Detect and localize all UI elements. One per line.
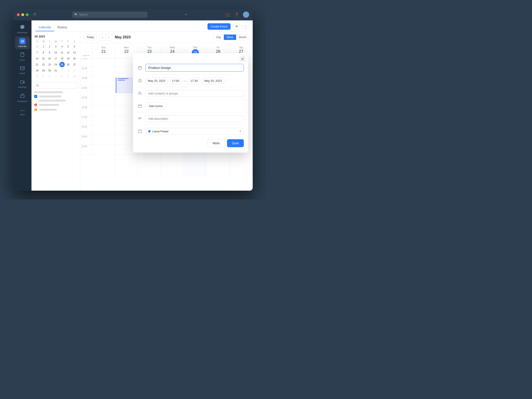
svg-line-16 (140, 81, 140, 81)
contacts-icon (137, 91, 142, 95)
contacts-input[interactable] (146, 90, 244, 97)
end-time-pill[interactable]: 17:30 (188, 78, 200, 84)
add-rooms-button[interactable]: Add rooms (146, 103, 166, 109)
calendar-color-dot (148, 130, 151, 132)
svg-rect-27 (138, 130, 141, 133)
divider (133, 87, 248, 87)
modal-overlay: ✕ (13, 9, 253, 191)
divider (133, 74, 248, 75)
start-date-pill[interactable]: May 25, 2023 (146, 78, 168, 84)
divider (133, 112, 248, 112)
modal-time-row: May 25, 2023 17:00 — 17:30 May 25, 2023 (133, 75, 248, 86)
start-time-pill[interactable]: 17:00 (170, 78, 182, 84)
modal-title-row (133, 62, 248, 73)
modal-rooms-row: Add rooms (133, 101, 248, 111)
svg-rect-21 (138, 105, 142, 108)
divider (133, 125, 248, 125)
event-create-modal: ✕ (133, 53, 248, 152)
event-title-icon (137, 66, 142, 70)
time-selector: May 25, 2023 17:00 — 17:30 May 25, 2023 (146, 78, 244, 84)
description-icon (137, 117, 142, 120)
more-button[interactable]: More (208, 139, 225, 147)
modal-footer: More Save (133, 137, 248, 148)
rooms-icon (137, 104, 142, 108)
time-dash: — (183, 79, 186, 82)
end-date-pill[interactable]: May 25, 2023 (202, 78, 224, 84)
calendar-owner-label: Laura Power (148, 130, 169, 133)
mac-window: ⏱ 🔍 Search + ⬛ ❓ Messenger 25 (13, 9, 253, 191)
calendar-select[interactable]: Laura Power ▾ (146, 128, 244, 135)
svg-point-17 (139, 92, 140, 93)
save-button[interactable]: Save (227, 139, 244, 147)
modal-top-bar: ✕ (133, 53, 248, 62)
chevron-down-icon: ▾ (240, 130, 241, 133)
modal-calendar-row: Laura Power ▾ (133, 126, 248, 137)
event-title-input[interactable] (146, 64, 244, 72)
svg-point-18 (140, 93, 141, 94)
clock-icon (137, 79, 142, 83)
calendar-owner-icon (137, 129, 142, 133)
description-input[interactable] (146, 115, 244, 122)
svg-rect-10 (138, 66, 141, 70)
divider (133, 100, 248, 100)
modal-description-row (133, 113, 248, 124)
modal-close-button[interactable]: ✕ (239, 56, 246, 62)
modal-contacts-row (133, 88, 248, 99)
